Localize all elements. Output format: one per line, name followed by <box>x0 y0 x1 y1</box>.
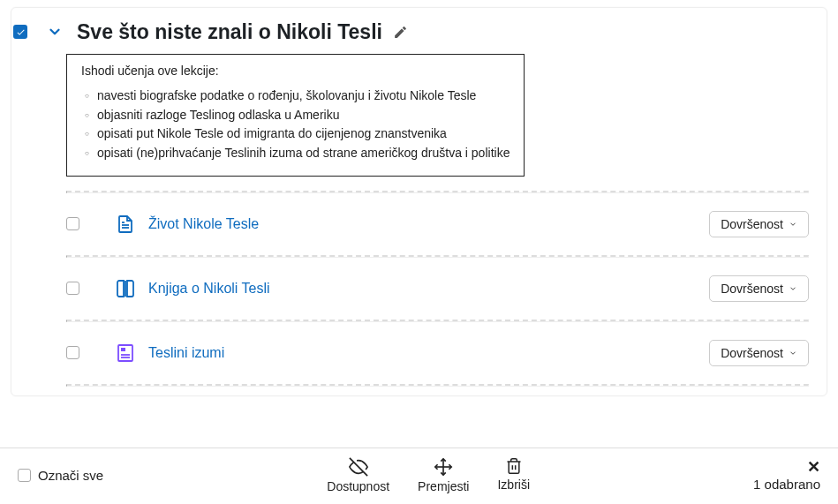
activity-link[interactable]: Život Nikole Tesle <box>148 216 259 232</box>
section-title: Sve što niste znali o Nikoli Tesli <box>77 20 382 44</box>
completion-button[interactable]: Dovršenost <box>709 211 809 237</box>
svg-rect-5 <box>121 348 125 351</box>
move-label: Premjesti <box>418 479 469 493</box>
section-header: Sve što niste znali o Nikoli Tesli <box>29 15 809 54</box>
chevron-down-icon <box>789 349 797 357</box>
trash-icon <box>505 457 523 475</box>
pencil-icon[interactable] <box>393 25 408 40</box>
activity-row: Život Nikole Tesle Dovršenost <box>66 193 809 255</box>
delete-label: Izbriši <box>497 478 530 492</box>
outcomes-item: opisati (ne)prihvaćanje Teslinih izuma o… <box>85 144 510 163</box>
activity-link[interactable]: Knjiga o Nikoli Tesli <box>148 281 270 297</box>
selected-count: 1 odabrano <box>753 477 820 492</box>
availability-button[interactable]: Dostupnost <box>327 457 389 493</box>
completion-label: Dovršenost <box>721 217 783 231</box>
close-icon[interactable]: ✕ <box>807 459 820 475</box>
activity-row: Teslini izumi Dovršenost <box>66 322 809 384</box>
completion-label: Dovršenost <box>721 346 783 360</box>
outcomes-heading: Ishodi učenja ove lekcije: <box>81 64 510 78</box>
section-panel: Sve što niste znali o Nikoli Tesli Ishod… <box>11 7 827 396</box>
chevron-down-icon <box>789 284 797 293</box>
outcomes-item: opisati put Nikole Tesle od imigranta do… <box>85 124 510 144</box>
activity-row: Knjiga o Nikoli Tesli Dovršenost <box>66 258 809 320</box>
chevron-down-icon <box>789 220 797 229</box>
svg-rect-4 <box>118 345 132 361</box>
activity-checkbox[interactable] <box>66 217 79 230</box>
move-icon <box>434 457 453 477</box>
completion-label: Dovršenost <box>721 282 783 296</box>
delete-button[interactable]: Izbriši <box>497 457 530 493</box>
page-icon <box>115 214 136 235</box>
completion-button[interactable]: Dovršenost <box>709 340 809 366</box>
toolbar-actions: Dostupnost Premjesti Izbriši <box>327 457 530 493</box>
outcomes-box: Ishodi učenja ove lekcije: navesti biogr… <box>66 54 525 177</box>
outcomes-item: navesti biografske podatke o rođenju, šk… <box>85 87 510 106</box>
bulk-action-toolbar: Označi sve Dostupnost Premjesti Izbriši … <box>0 448 838 504</box>
glossary-icon <box>115 342 136 364</box>
activity-list: Život Nikole Tesle Dovršenost Knjiga o N… <box>66 191 809 387</box>
book-icon <box>115 278 136 299</box>
section-checkbox[interactable] <box>13 25 27 39</box>
move-button[interactable]: Premjesti <box>418 457 469 493</box>
select-all-wrap: Označi sve <box>18 468 103 483</box>
divider <box>66 384 809 387</box>
toolbar-right: ✕ 1 odabrano <box>753 459 820 492</box>
activity-link[interactable]: Teslini izumi <box>148 345 224 361</box>
eye-off-icon <box>349 457 368 477</box>
availability-label: Dostupnost <box>327 479 389 493</box>
select-all-label: Označi sve <box>38 468 103 483</box>
activity-checkbox[interactable] <box>66 346 79 359</box>
select-all-checkbox[interactable] <box>18 469 31 482</box>
completion-button[interactable]: Dovršenost <box>709 275 809 302</box>
outcomes-item: objasniti razloge Teslinog odlaska u Ame… <box>85 106 510 125</box>
chevron-down-icon[interactable] <box>42 19 68 45</box>
activity-checkbox[interactable] <box>66 282 79 295</box>
outcomes-list: navesti biografske podatke o rođenju, šk… <box>81 87 510 163</box>
